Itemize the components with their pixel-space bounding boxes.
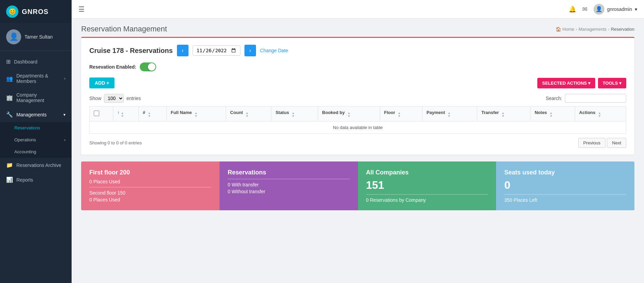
search-box: Search: [546,94,626,103]
managements-submenu: Reservations Operations › Accounting [0,122,72,158]
logo-text: GNROS [22,8,48,16]
sidebar-item-reservations[interactable]: Reservations [0,122,72,134]
companies-reservations-value: 0 Reservations by Company [366,197,488,203]
dashboard-icon: ⊞ [6,58,11,65]
floor-stat-sub-value: 0 Places Used [89,197,211,202]
sidebar-item-dashboard-label: Dashboard [14,59,38,65]
main-card: Cruise 178 - Reservations ‹ › Change Dat… [81,37,634,155]
entries-label: entries [126,96,141,101]
sidebar-item-archive-label: Reservations Archive [16,162,61,168]
breadcrumb-home[interactable]: Home [563,27,574,32]
departments-icon: 👥 [6,75,13,82]
empty-row: No data available in table [90,122,626,134]
breadcrumb: 🏠 Home › Managements › Reservation [556,27,634,32]
table-controls: Show 10 25 50 100 entries Search: [89,94,626,103]
reservations-stat-card: Reservations 0 With transfer 0 Without t… [220,161,358,210]
cruise-header: Cruise 178 - Reservations ‹ › Change Dat… [89,45,626,56]
next-date-button[interactable]: › [244,45,256,56]
seats-places-left: 350 Places Left [504,197,626,203]
topbar: ☰ 🔔 ✉ 👤 gnrosadmin ▾ [72,0,644,18]
search-input[interactable] [565,94,626,103]
managements-icon: 🔧 [6,111,13,118]
reservations-with-transfer: 0 With transfer [228,182,350,187]
reservations-without-transfer: 0 Without transfer [228,189,350,194]
select-all-checkbox[interactable] [94,111,99,116]
companies-stat-card: All Companies 151 0 Reservations by Comp… [358,161,496,210]
stats-row: First floor 200 0 Places Used Second flo… [81,161,634,210]
previous-button[interactable]: Previous [578,138,606,148]
avatar: 👤 [6,29,21,44]
tools-button[interactable]: TOOLS ▾ [598,78,626,88]
seats-stat-title: Seats used today [504,169,626,176]
sidebar-item-reports[interactable]: 📊 Reports [0,172,72,187]
col-status[interactable]: Status ▲▼ [271,107,318,122]
operations-arrow-icon: › [64,137,65,142]
topbar-user[interactable]: 👤 gnrosadmin ▾ [594,4,637,15]
sidebar-nav: ⊞ Dashboard 👥 Departments & Members › 🏢 … [0,51,72,283]
breadcrumb-managements[interactable]: Managements [579,27,606,32]
sidebar-item-managements[interactable]: 🔧 Managements ▾ [0,107,72,122]
col-sort[interactable]: ↑▲▼ [113,107,138,122]
col-booked-by[interactable]: Booked by ▲▼ [318,107,380,122]
sidebar-item-company[interactable]: 🏢 Company Management [0,88,72,107]
content: Reservation Management 🏠 Home › Manageme… [72,18,644,283]
empty-message: No data available in table [90,122,626,134]
sidebar-logo: 😊 GNROS [0,0,72,23]
show-entries: Show 10 25 50 100 entries [89,94,141,103]
companies-stat-title: All Companies [366,169,488,176]
logo-icon: 😊 [6,5,18,18]
add-button[interactable]: ADD + [89,77,115,88]
page-title: Reservation Management [81,25,167,33]
col-count[interactable]: Count ▲▼ [226,107,271,122]
sidebar-item-reports-label: Reports [16,177,33,183]
pagination-row: Showing 0 to 0 of 0 entries Previous Nex… [89,138,626,148]
entries-select[interactable]: 10 25 50 100 [104,94,124,103]
data-table: ↑▲▼ # ▲▼ Full Name ▲▼ Count ▲▼ Status ▲▼… [89,106,626,134]
reservation-toggle[interactable] [140,62,156,71]
col-floor[interactable]: Floor ▲▼ [380,107,422,122]
sidebar: 😊 GNROS 👤 Tamer Sultan ⊞ Dashboard 👥 Dep… [0,0,72,283]
home-icon: 🏠 [556,27,561,32]
mail-icon[interactable]: ✉ [582,5,587,13]
breadcrumb-sep-1: › [576,27,577,32]
next-button[interactable]: Next [607,138,626,148]
hamburger-button[interactable]: ☰ [78,5,85,13]
floor-stat-card: First floor 200 0 Places Used Second flo… [81,161,220,210]
companies-stat-number: 151 [366,179,488,192]
pagination-info: Showing 0 to 0 of 0 entries [89,140,142,145]
topbar-avatar: 👤 [594,4,604,15]
sidebar-item-departments[interactable]: 👥 Departments & Members › [0,69,72,88]
reservation-enabled-label: Resevation Enabled: [89,64,136,70]
col-number[interactable]: # ▲▼ [138,107,166,122]
search-label: Search: [546,96,562,101]
pagination-buttons: Previous Next [578,138,626,148]
breadcrumb-current: Reservation [611,27,634,32]
floor-stat-sub-title: Second floor 150 [89,190,211,196]
seats-stat-number: 0 [504,179,626,192]
col-transfer[interactable]: Transfer ▲▼ [477,107,530,122]
date-input[interactable] [193,45,240,56]
chevron-down-icon: ▾ [63,112,65,117]
col-notes[interactable]: Notes ▲▼ [530,107,575,122]
show-label: Show [89,96,101,101]
col-full-name[interactable]: Full Name ▲▼ [166,107,226,122]
topbar-icons: 🔔 ✉ 👤 gnrosadmin ▾ [569,4,637,15]
notification-icon[interactable]: 🔔 [569,5,576,13]
sidebar-item-accounting[interactable]: Accounting [0,146,72,158]
main-area: ☰ 🔔 ✉ 👤 gnrosadmin ▾ Reservation Managem… [72,0,644,283]
col-payment[interactable]: Payment ▲▼ [422,107,477,122]
company-icon: 🏢 [6,95,13,101]
operations-label: Operations [14,137,36,142]
reservation-enabled-row: Resevation Enabled: [89,62,626,71]
sidebar-item-dashboard[interactable]: ⊞ Dashboard [0,54,72,69]
sidebar-user: 👤 Tamer Sultan [0,23,72,51]
sidebar-item-managements-label: Managements [16,112,47,117]
sidebar-item-operations[interactable]: Operations › [0,134,72,146]
change-date-link[interactable]: Change Date [260,48,288,53]
sidebar-item-archive[interactable]: 📁 Reservations Archive [0,158,72,172]
floor-stat-value: 0 Places Used [89,179,211,184]
reservations-stat-title: Reservations [228,169,350,176]
selected-actions-button[interactable]: SELECTED ACTIONS ▾ [537,78,595,88]
prev-date-button[interactable]: ‹ [177,45,189,56]
breadcrumb-sep-2: › [608,27,609,32]
